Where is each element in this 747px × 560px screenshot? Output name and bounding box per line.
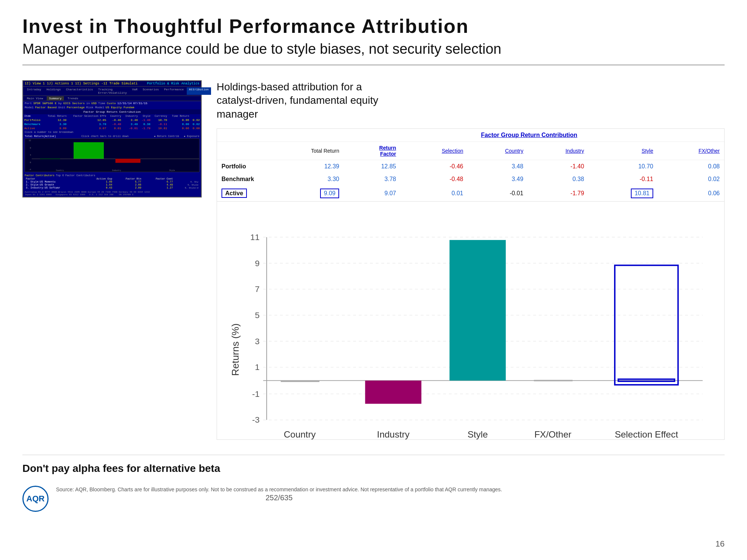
bar-chart-svg: Returns (%) 11 <box>224 209 717 434</box>
bar-country <box>281 381 320 382</box>
x-label-industry: Industry <box>377 429 410 439</box>
term-chart-section: Total Return(Active) Click chart bars to… <box>23 134 201 173</box>
term-tab-attribution[interactable]: Attribution <box>187 87 211 95</box>
term-chart-area: 12 8 4 0 -4 Count <box>25 139 199 172</box>
term-time-label: Time <box>98 102 105 105</box>
term-tab-scenarios[interactable]: Scenarios <box>140 87 161 95</box>
term-notice: Australia 61 2 9777 8600 Brazil 5511 239… <box>23 190 201 197</box>
term-in-label: in <box>86 102 90 105</box>
term-unit-value: Percentage <box>67 106 85 109</box>
page-number: 252/635 <box>56 494 502 502</box>
term-by-label: by <box>58 102 62 105</box>
svg-text:-3: -3 <box>252 416 260 425</box>
benchmark-row: Benchmark 3.30 3.78 -0.48 3.49 0.38 -0.1… <box>217 173 724 186</box>
term-date1: 12/31/14 <box>117 102 131 105</box>
alpha-title: Don't pay alpha fees for alternative bet… <box>22 463 725 475</box>
term-model-value: Factor Based <box>35 106 57 109</box>
active-row: Active 9.09 9.07 0.01 -0.01 -1.79 10.81 … <box>217 186 724 202</box>
bottom-section: Don't pay alpha fees for alternative bet… <box>22 455 725 512</box>
divider <box>22 65 725 65</box>
term-time-value: Custo <box>107 102 116 105</box>
x-label-country: Country <box>284 429 316 439</box>
svg-text:11: 11 <box>250 233 260 242</box>
term-port-label: Port <box>25 102 32 105</box>
term-x-axis: Country Industry Style <box>32 169 199 172</box>
svg-text:7: 7 <box>255 284 260 294</box>
term-section-title: Factor Group Return Contribution <box>23 109 201 114</box>
term-subtab-trends[interactable]: Trends <box>65 96 81 100</box>
bar-chart-section: Returns (%) 11 <box>217 202 724 439</box>
term-date2: 07/31/15 <box>133 102 147 105</box>
term-riskmodel-value: US Equity Fundam <box>106 106 134 109</box>
active-label: Active <box>221 189 247 198</box>
terminal-screenshot: 1I) View 1 1J) Actions 1 1I) Settings -1… <box>22 80 202 197</box>
bar-industry <box>365 381 422 404</box>
term-model-label: Model <box>25 106 34 109</box>
active-total-return: 9.09 <box>320 189 339 198</box>
term-header-right: Portfolio & Risk Analytics <box>147 82 199 85</box>
attr-table: Factor Group Return Contribution Total R… <box>217 129 724 202</box>
attribution-area: Factor Group Return Contribution Total R… <box>217 128 725 440</box>
page-corner-number: 16 <box>716 539 725 549</box>
main-title: Invest in Thoughtful Performance Attribu… <box>22 15 725 37</box>
term-contributors-table: Factor Active Exp Factor Rtn Factor Cont… <box>25 177 199 189</box>
term-subtab-mainview[interactable]: Main View <box>25 96 45 100</box>
term-port-row: Port SPDR S&P500 E by GICS Sectors in US… <box>23 101 201 105</box>
holdings-title: Holdings-based attribution for a catalys… <box>217 80 403 121</box>
svg-text:-1: -1 <box>252 389 260 399</box>
term-port-value: SPDR S&P500 E <box>33 102 56 105</box>
term-tab-tracking[interactable]: Tracking Error/Volatility <box>96 87 129 95</box>
svg-text:9: 9 <box>255 259 260 268</box>
term-tab-performance[interactable]: Performance <box>162 87 186 95</box>
footer-section: AQR Source: AQR, Bloomberg. Charts are f… <box>22 486 725 512</box>
term-tab-var[interactable]: VaR <box>130 87 140 95</box>
term-riskmodel-label: Risk Model <box>86 106 104 109</box>
term-tab-intraday[interactable]: Intraday <box>25 87 43 95</box>
svg-text:5: 5 <box>255 311 260 320</box>
svg-text:3: 3 <box>255 337 260 346</box>
term-attribution-table: Item Total Return Factor Selection Effe … <box>23 114 201 130</box>
term-tabs: Intraday Holdings Characteristics Tracki… <box>23 87 201 96</box>
portfolio-row: Portfolio 12.39 12.85 -0.46 3.48 -1.40 1… <box>217 160 724 173</box>
bar-fxother <box>534 380 573 382</box>
term-header: 1I) View 1 1J) Actions 1 1I) Settings -1… <box>23 81 201 87</box>
term-unit-label: Unit <box>58 106 65 109</box>
term-in-value: USD <box>91 102 96 105</box>
bar-style <box>450 240 506 381</box>
x-label-style: Style <box>468 429 488 439</box>
aqr-logo: AQR <box>22 486 49 512</box>
term-y-axis: 12 8 4 0 -4 <box>25 139 32 172</box>
sub-title: Manager outperformance could be due to s… <box>22 41 725 57</box>
source-text: Source: AQR, Bloomberg. Charts are for i… <box>56 486 502 494</box>
term-bars <box>32 139 199 167</box>
term-subtab-summary[interactable]: Summary <box>47 96 64 100</box>
x-label-fxother: FX/Other <box>534 429 571 439</box>
term-tab-characteristics[interactable]: Characteristics <box>64 87 95 95</box>
active-style: 10.81 <box>631 189 653 198</box>
term-click-note: Click a number to see breakdown <box>23 130 201 134</box>
term-chart-title: Total Return(Active) <box>25 135 56 138</box>
term-subtabs: Main View Summary Trends <box>23 96 201 101</box>
term-by-value: GICS Sectors <box>63 102 85 105</box>
term-chart-subtitle: Click chart bars to drill down <box>81 135 128 138</box>
term-model-row: Model Factor Based Unit Percentage Risk … <box>23 105 201 109</box>
term-contributors-section: Factor Contributors Top 6 Factor Contrib… <box>23 173 201 190</box>
term-tab-holdings[interactable]: Holdings <box>44 87 63 95</box>
term-contributors-header: Factor Contributors Top 6 Factor Contrib… <box>25 174 199 177</box>
svg-text:1: 1 <box>255 363 260 372</box>
content-area: 1I) View 1 1J) Actions 1 1I) Settings -1… <box>22 80 725 440</box>
term-top6-label: Top 6 Factor Contributors <box>56 174 95 177</box>
right-section: Holdings-based attribution for a catalys… <box>217 80 725 440</box>
x-label-selection: Selection Effect <box>615 429 678 439</box>
term-factor-contributors-label: Factor Contributors <box>25 174 55 177</box>
term-header-left: 1I) View 1 1J) Actions 1 1I) Settings -1… <box>25 82 137 85</box>
y-axis-label: Returns (%) <box>230 323 241 376</box>
term-return-contrib: ● Return Contrib ● Exposure <box>154 135 199 138</box>
